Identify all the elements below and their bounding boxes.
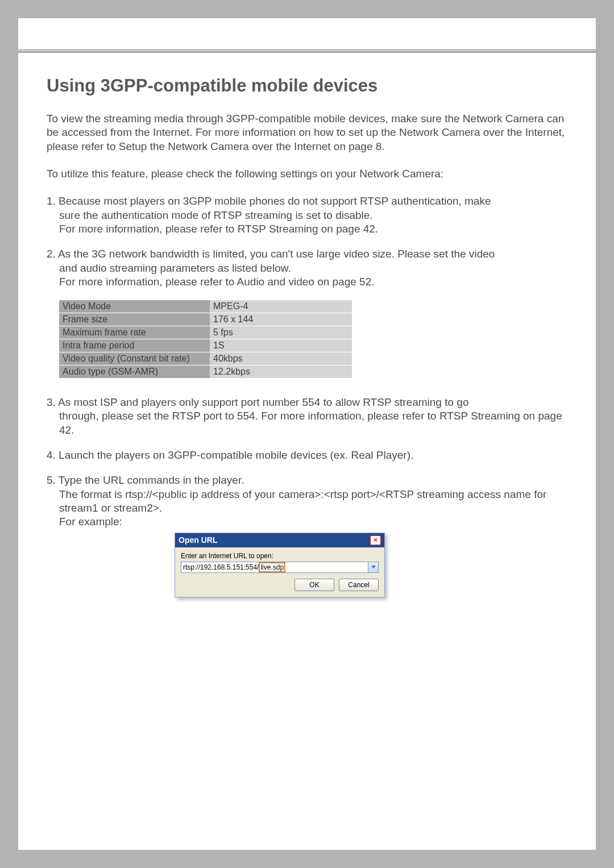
url-input[interactable]: rtsp://192.168.5.151:554/live.sdp (181, 562, 368, 573)
setting-label: Audio type (GSM-AMR) (59, 366, 210, 379)
table-row: Video ModeMPEG-4 (59, 300, 352, 313)
text: For more information, please refer to RT… (47, 222, 567, 236)
text: 3. As most ISP and players only support … (47, 396, 468, 408)
table-row: Video quality (Constant bit rate)40kbps (59, 352, 352, 366)
page-footer: 16 - User's Manual (47, 821, 113, 830)
page-title: Using 3GPP-compatible mobile devices (47, 76, 567, 96)
dropdown-icon[interactable] (368, 562, 379, 573)
close-icon[interactable]: × (370, 535, 381, 545)
text: For example: (47, 515, 567, 529)
header-text: VIVOTEK - A Leading Provider of Multimed… (45, 35, 343, 45)
setting-label: Maximum frame rate (59, 326, 210, 339)
table-row: Audio type (GSM-AMR)12.2kbps (59, 366, 352, 379)
list-item-2: 2. As the 3G network bandwidth is limite… (47, 247, 567, 289)
divider (18, 49, 596, 51)
setting-value: MPEG-4 (210, 300, 352, 313)
text: 2. As the 3G network bandwidth is limite… (47, 248, 495, 260)
list-item-1: 1. Because most players on 3GPP mobile p… (47, 194, 567, 236)
setting-value: 40kbps (210, 352, 352, 366)
page-header: VIVOTEK - A Leading Provider of Multimed… (18, 18, 596, 49)
text: sure the authentication mode of RTSP str… (47, 209, 567, 222)
list-item-4: 4. Launch the players on 3GPP-compatible… (47, 448, 567, 462)
text: and audio streaming parameters as listed… (47, 261, 567, 275)
text: through, please set the RTSP port to 554… (47, 409, 567, 437)
list-item-3: 3. As most ISP and players only support … (47, 396, 567, 437)
setting-label: Frame size (59, 313, 210, 326)
url-prefix: rtsp://192.168.5.151:554/ (183, 563, 259, 571)
setting-value: 176 x 144 (210, 313, 352, 326)
document-page: VIVOTEK - A Leading Provider of Multimed… (18, 18, 596, 850)
setting-value: 1S (210, 339, 352, 352)
dialog-buttons: OK Cancel (181, 579, 379, 591)
dialog-field-label: Enter an Internet URL to open: (181, 552, 379, 560)
table-row: Intra frame period1S (59, 339, 352, 352)
paragraph: To utilize this feature, please check th… (47, 167, 567, 181)
settings-table: Video ModeMPEG-4 Frame size176 x 144 Max… (59, 300, 352, 379)
setting-label: Video Mode (59, 300, 210, 313)
open-url-dialog: Open URL × Enter an Internet URL to open… (175, 533, 385, 597)
text: 5. Type the URL commands in the player. (47, 474, 244, 486)
table-row: Frame size176 x 144 (59, 313, 352, 326)
text: 4. Launch the players on 3GPP-compatible… (47, 449, 413, 461)
ok-button[interactable]: OK (294, 579, 334, 591)
dialog-titlebar: Open URL × (175, 533, 384, 547)
table-row: Maximum frame rate5 fps (59, 326, 352, 339)
text: For more information, please refer to Au… (47, 275, 567, 289)
list-item-5: 5. Type the URL commands in the player. … (47, 474, 567, 529)
dialog-title-text: Open URL (179, 535, 217, 545)
setting-label: Intra frame period (59, 339, 210, 352)
setting-value: 12.2kbps (210, 366, 352, 379)
setting-label: Video quality (Constant bit rate) (59, 352, 210, 366)
url-input-row: rtsp://192.168.5.151:554/live.sdp (181, 562, 379, 573)
text: 1. Because most players on 3GPP mobile p… (47, 195, 491, 207)
setting-value: 5 fps (210, 326, 352, 339)
url-highlight: live.sdp (259, 562, 285, 572)
text: The format is rtsp://<public ip address … (47, 488, 567, 516)
page-content: Using 3GPP-compatible mobile devices To … (18, 53, 596, 597)
dialog-body: Enter an Internet URL to open: rtsp://19… (175, 547, 384, 597)
paragraph: To view the streaming media through 3GPP… (47, 112, 567, 153)
cancel-button[interactable]: Cancel (339, 579, 379, 591)
